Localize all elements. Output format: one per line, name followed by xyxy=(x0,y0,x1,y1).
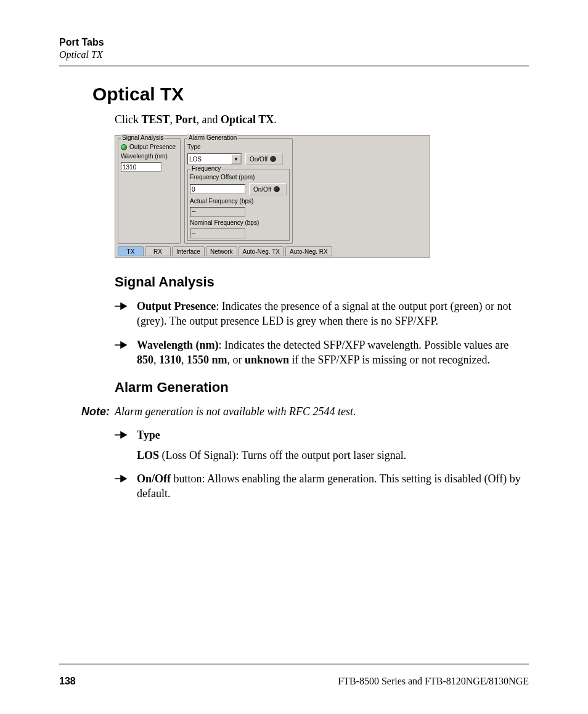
header-chapter: Port Tabs xyxy=(59,37,529,48)
nominal-freq-label: Nominal Frequency (bps) xyxy=(190,219,287,226)
bullet-bold: Type xyxy=(137,429,160,441)
footer-rule xyxy=(59,663,529,665)
signal-analysis-group: Signal Analysis Output Presence Waveleng… xyxy=(118,138,181,244)
tab-tx[interactable]: TX xyxy=(118,246,144,256)
bullet-arrow-icon xyxy=(115,471,137,501)
page-footer: 138 FTB-8500 Series and FTB-8120NGE/8130… xyxy=(59,676,529,687)
header-rule xyxy=(59,65,529,67)
freq-onoff-led xyxy=(274,186,280,192)
bullet-type: Type LOS (Loss Of Signal): Turns off the… xyxy=(115,428,529,463)
intro-paragraph: Click TEST, Port, and Optical TX. xyxy=(115,113,529,126)
alarm-generation-group: Alarm Generation Type LOS ▼ On/Off Frequ… xyxy=(184,138,293,244)
output-presence-row: Output Presence xyxy=(121,144,178,150)
bullet-wavelength: Wavelength (nm): Indicates the detected … xyxy=(115,338,529,368)
note-label: Note: xyxy=(59,404,115,419)
intro-bold-test: TEST xyxy=(142,113,170,126)
freq-offset-input[interactable] xyxy=(190,184,245,194)
type-label: Type xyxy=(187,144,290,150)
note-text: Alarm generation is not available with R… xyxy=(115,404,529,419)
bullet-output-presence: Output Presence: Indicates the presence … xyxy=(115,299,529,329)
wavelength-label: Wavelength (nm) xyxy=(121,153,178,160)
bullet-bold: On/Off xyxy=(137,473,171,485)
type-select[interactable]: LOS ▼ xyxy=(187,153,242,164)
bullet-bold: Wavelength (nm) xyxy=(137,339,219,351)
tab-autoneg-rx[interactable]: Auto-Neg. RX xyxy=(285,246,332,256)
type-select-value: LOS xyxy=(189,156,202,163)
signal-analysis-heading: Signal Analysis xyxy=(115,274,529,290)
nominal-freq-value: -- xyxy=(190,229,245,238)
freq-onoff-button[interactable]: On/Off xyxy=(249,183,287,195)
output-presence-led xyxy=(121,144,127,150)
bullet-arrow-icon xyxy=(115,428,137,463)
page-title: Optical TX xyxy=(92,84,529,105)
intro-bold-optical-tx: Optical TX xyxy=(221,113,274,126)
freq-offset-label: Frequency Offset (ppm) xyxy=(190,174,287,181)
header-section: Optical TX xyxy=(59,49,529,60)
type-onoff-led xyxy=(270,156,276,162)
product-line: FTB-8500 Series and FTB-8120NGE/8130NGE xyxy=(338,676,529,687)
embedded-screenshot: Signal Analysis Output Presence Waveleng… xyxy=(115,135,430,258)
tabs-row: TX RX Interface Network Auto-Neg. TX Aut… xyxy=(115,246,430,258)
alarm-generation-legend: Alarm Generation xyxy=(187,134,238,141)
bullet-arrow-icon xyxy=(115,299,137,329)
type-onoff-button[interactable]: On/Off xyxy=(245,153,283,165)
bullet-bold: Output Presence xyxy=(137,300,216,312)
tab-rx[interactable]: RX xyxy=(145,246,171,256)
intro-bold-port: Port xyxy=(176,113,197,126)
running-header: Port Tabs Optical TX xyxy=(59,37,529,60)
page-number: 138 xyxy=(59,676,76,687)
tab-autoneg-tx[interactable]: Auto-Neg. TX xyxy=(239,246,284,256)
bullet-arrow-icon xyxy=(115,338,137,368)
tab-interface[interactable]: Interface xyxy=(172,246,205,256)
dropdown-arrow-icon: ▼ xyxy=(231,154,241,164)
output-presence-label: Output Presence xyxy=(129,144,176,150)
frequency-legend: Frequency xyxy=(190,165,222,172)
actual-freq-label: Actual Frequency (bps) xyxy=(190,198,287,205)
note-row: Note: Alarm generation is not available … xyxy=(59,404,529,419)
alarm-generation-heading: Alarm Generation xyxy=(115,379,529,396)
wavelength-input[interactable] xyxy=(121,162,161,172)
signal-analysis-legend: Signal Analysis xyxy=(121,134,165,141)
tab-network[interactable]: Network xyxy=(206,246,237,256)
bullet-onoff: On/Off button: Allows enabling the alarm… xyxy=(115,471,529,501)
intro-text: Click xyxy=(115,113,142,126)
actual-freq-value: -- xyxy=(190,207,245,217)
frequency-group: Frequency Frequency Offset (ppm) On/Off … xyxy=(187,169,290,241)
